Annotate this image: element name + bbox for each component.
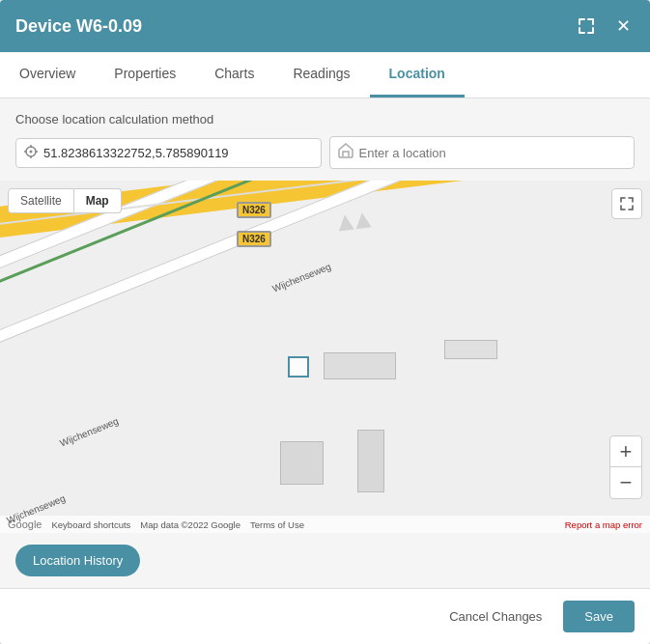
header-icons: ✕ bbox=[575, 14, 635, 38]
content-area: Choose location calculation method bbox=[0, 98, 650, 588]
map-container[interactable]: N326 N326 Wijchenseweg Wijchenseweg Wijc… bbox=[0, 181, 650, 533]
modal-container: Device W6-0.09 ✕ Overview Properties Cha… bbox=[0, 0, 650, 644]
modal-title: Device W6-0.09 bbox=[15, 16, 142, 37]
terms-of-use[interactable]: Terms of Use bbox=[250, 519, 304, 530]
keyboard-shortcuts[interactable]: Keyboard shortcuts bbox=[51, 519, 130, 530]
map-pin bbox=[288, 356, 309, 378]
coordinate-input[interactable] bbox=[43, 146, 313, 160]
tab-readings[interactable]: Readings bbox=[273, 52, 369, 98]
map-data-attribution: Map data ©2022 Google bbox=[140, 519, 240, 530]
location-history-button[interactable]: Location History bbox=[15, 545, 140, 576]
cancel-button[interactable]: Cancel Changes bbox=[438, 602, 553, 631]
svg-point-1 bbox=[30, 150, 33, 153]
zoom-out-button[interactable]: − bbox=[610, 467, 641, 498]
modal-footer: Cancel Changes Save bbox=[0, 588, 650, 644]
home-icon bbox=[338, 143, 353, 162]
bottom-section: Location History bbox=[0, 533, 650, 588]
satellite-button[interactable]: Satellite bbox=[8, 188, 74, 213]
road-label-n326-2: N326 bbox=[237, 231, 271, 247]
report-map-error[interactable]: Report a map error bbox=[565, 519, 642, 530]
map-expand-button[interactable] bbox=[611, 188, 642, 219]
svg-marker-6 bbox=[337, 214, 354, 232]
location-method-label: Choose location calculation method bbox=[0, 98, 650, 136]
tab-overview[interactable]: Overview bbox=[0, 52, 95, 98]
location-search-input[interactable] bbox=[359, 146, 627, 160]
target-icon bbox=[24, 145, 38, 161]
close-icon[interactable]: ✕ bbox=[611, 14, 635, 38]
save-button[interactable]: Save bbox=[563, 601, 635, 632]
zoom-in-button[interactable]: + bbox=[610, 436, 641, 467]
svg-marker-7 bbox=[354, 211, 372, 229]
location-search-wrap bbox=[329, 136, 636, 169]
map-background: N326 N326 Wijchenseweg Wijchenseweg Wijc… bbox=[0, 181, 650, 533]
modal-header: Device W6-0.09 ✕ bbox=[0, 0, 650, 52]
coord-input-wrap bbox=[15, 138, 322, 168]
tab-charts[interactable]: Charts bbox=[195, 52, 273, 98]
zoom-controls: + − bbox=[609, 435, 642, 499]
tab-bar: Overview Properties Charts Readings Loca… bbox=[0, 52, 650, 98]
location-inputs bbox=[0, 136, 650, 181]
tab-location[interactable]: Location bbox=[370, 52, 465, 98]
expand-icon[interactable] bbox=[575, 14, 598, 38]
tab-properties[interactable]: Properties bbox=[95, 52, 195, 98]
map-type-controls: Satellite Map bbox=[8, 188, 122, 213]
map-footer: Google Keyboard shortcuts Map data ©2022… bbox=[0, 516, 650, 533]
map-button[interactable]: Map bbox=[74, 188, 122, 213]
road-label-n326-1: N326 bbox=[237, 202, 271, 218]
